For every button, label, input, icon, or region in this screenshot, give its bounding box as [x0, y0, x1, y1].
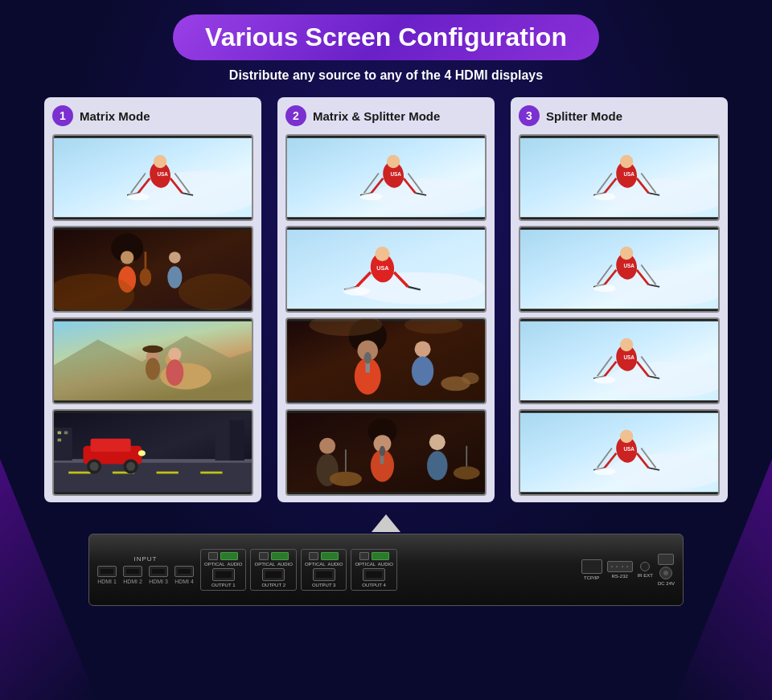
- svg-text:USA: USA: [390, 171, 401, 177]
- hdmi-port-2: HDMI 2: [123, 566, 142, 584]
- input-label: INPUT: [134, 555, 158, 563]
- hdmi-port-4: HDMI 4: [175, 566, 194, 584]
- mode2-screen1: USA: [285, 134, 487, 221]
- svg-text:USA: USA: [623, 354, 634, 360]
- svg-rect-41: [91, 439, 131, 452]
- input-section: INPUT HDMI 1 HDMI 2 HDMI 3: [97, 555, 194, 584]
- green-block-4: [372, 552, 389, 560]
- svg-rect-49: [230, 420, 244, 461]
- mode1-screen2: [52, 226, 253, 313]
- svg-point-3: [154, 155, 166, 168]
- output-groups: OPTICAL AUDIO OUTPUT 1 OPTICAL AUDIO OUT…: [200, 549, 397, 591]
- title-pill: Various Screen Configuration: [173, 14, 599, 60]
- mode-number-2: 2: [285, 105, 306, 126]
- svg-rect-51: [64, 432, 68, 435]
- svg-point-124: [593, 285, 615, 292]
- mode-title-2: Matrix & Splitter Mode: [313, 109, 440, 123]
- svg-point-68: [375, 247, 389, 261]
- svg-text:USA: USA: [623, 171, 634, 177]
- hdmi-inputs-row: HDMI 1 HDMI 2 HDMI 3 HDMI 4: [97, 566, 194, 584]
- power-connector: [658, 554, 674, 565]
- mode2-screen2: USA: [285, 226, 487, 313]
- svg-point-97: [330, 472, 362, 486]
- output-group-4: OPTICAL AUDIO OUTPUT 4: [351, 549, 396, 591]
- svg-text:USA: USA: [623, 446, 634, 452]
- tcpip-section: TCP/IP: [581, 559, 602, 580]
- svg-point-15: [121, 251, 133, 264]
- svg-point-19: [169, 252, 181, 264]
- out4-label: OUTPUT 4: [362, 583, 386, 587]
- mode-panel-1: 1 Matrix Mode: [44, 97, 261, 502]
- hdmi-connector-1: [97, 566, 117, 577]
- svg-point-17: [140, 268, 152, 286]
- svg-point-56: [387, 155, 400, 168]
- svg-point-80: [364, 352, 372, 364]
- out1-top: [208, 552, 238, 560]
- svg-point-84: [462, 373, 479, 385]
- power-section: DC 24V: [658, 554, 675, 586]
- svg-rect-36: [68, 472, 90, 474]
- svg-rect-34: [54, 461, 252, 492]
- mode-header-1: 1 Matrix Mode: [52, 105, 253, 126]
- optical-label-4: OPTICAL AUDIO: [355, 562, 392, 567]
- svg-point-74: [343, 287, 370, 296]
- ir-port: [640, 562, 650, 571]
- svg-point-66: [353, 272, 485, 305]
- device-box: INPUT HDMI 1 HDMI 2 HDMI 3: [88, 534, 684, 606]
- hdmi-label-4: HDMI 4: [175, 579, 194, 584]
- device-section: INPUT HDMI 1 HDMI 2 HDMI 3: [88, 514, 684, 606]
- green-block-1: [220, 552, 238, 560]
- svg-point-148: [593, 468, 615, 475]
- svg-point-20: [167, 266, 182, 288]
- output-group-3: OPTICAL AUDIO OUTPUT 3: [301, 549, 347, 591]
- mode-title-1: Matrix Mode: [80, 109, 150, 123]
- out2-hdmi: [262, 568, 285, 581]
- svg-point-88: [319, 438, 335, 454]
- svg-text:USA: USA: [376, 264, 389, 272]
- output-group-2: OPTICAL AUDIO OUTPUT 2: [250, 549, 296, 591]
- svg-rect-38: [157, 472, 179, 474]
- svg-point-104: [620, 155, 633, 168]
- svg-point-64: [360, 193, 382, 200]
- green-block-2: [271, 552, 289, 560]
- out1-label: OUTPUT 1: [211, 583, 236, 587]
- optical-conn-4: [359, 552, 369, 560]
- hdmi-label-1: HDMI 1: [97, 579, 117, 584]
- svg-point-96: [427, 451, 448, 480]
- rs232-section: RS-232: [607, 561, 633, 579]
- out3-top: [309, 552, 339, 560]
- ethernet-port: [581, 559, 602, 574]
- svg-point-128: [620, 338, 633, 351]
- hdmi-connector-4: [175, 566, 194, 577]
- right-ports: TCP/IP RS-232 IR EXT: [581, 554, 675, 586]
- hdmi-port-1: HDMI 1: [97, 566, 117, 584]
- svg-rect-47: [54, 428, 72, 461]
- svg-point-112: [593, 193, 615, 200]
- arrow-up-indicator: [372, 514, 400, 532]
- hdmi-connector-2: [123, 566, 142, 577]
- out2-label: OUTPUT 2: [261, 583, 285, 587]
- mode3-screen1: USA: [519, 134, 720, 221]
- svg-point-11: [127, 193, 149, 200]
- page-title: Various Screen Configuration: [205, 23, 567, 52]
- mode3-screen2: USA: [519, 226, 720, 313]
- svg-point-82: [412, 357, 433, 386]
- mode-panel-2: 2 Matrix & Splitter Mode: [277, 97, 495, 502]
- mode3-screen3: USA: [519, 317, 720, 404]
- out3-label: OUTPUT 3: [312, 583, 336, 587]
- power-button[interactable]: [659, 567, 672, 579]
- svg-point-136: [593, 376, 615, 383]
- optical-label-3: OPTICAL AUDIO: [305, 562, 343, 567]
- hdmi-label-3: HDMI 3: [149, 579, 168, 584]
- mode-header-3: 3 Splitter Mode: [519, 105, 720, 126]
- out2-top: [259, 552, 289, 560]
- svg-point-140: [620, 430, 633, 443]
- hdmi-connector-3: [149, 566, 168, 577]
- mode1-screen3: [52, 317, 253, 404]
- svg-point-98: [454, 466, 480, 479]
- optical-conn-3: [309, 552, 318, 560]
- svg-text:USA: USA: [157, 171, 168, 177]
- hdmi-label-2: HDMI 2: [123, 579, 142, 584]
- svg-rect-50: [58, 432, 62, 435]
- mode3-screen4: USA: [519, 409, 720, 496]
